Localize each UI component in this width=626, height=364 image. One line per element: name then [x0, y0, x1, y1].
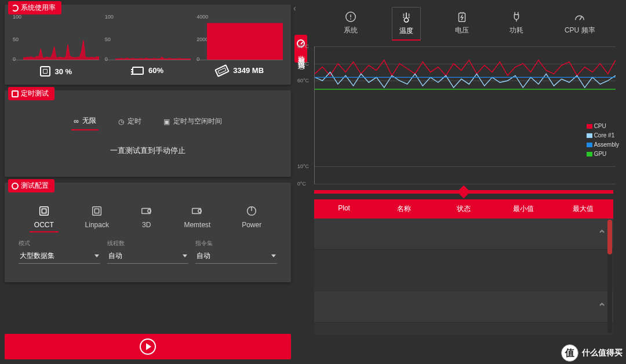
usage-gpu-value: 60% — [148, 66, 163, 75]
svg-rect-2 — [93, 207, 101, 216]
select-mode[interactable]: 大型数据集 — [19, 249, 100, 264]
gear-icon — [12, 183, 19, 190]
tab-linpack[interactable]: Linpack — [81, 202, 114, 232]
scroll-thumb[interactable] — [607, 220, 612, 254]
table-header: Plot 名称 状态 最小值 最大值 — [314, 199, 613, 219]
chevron-up-icon: ⌃ — [598, 301, 606, 314]
timed-desc: 一直测试直到手动停止 — [13, 136, 283, 169]
panel-test-config: 测试配置 OCCT Linpack 3D Memtest Power 模式 大型… — [5, 183, 291, 282]
panel-title-timed: 定时测试 — [21, 89, 49, 99]
svg-rect-0 — [40, 207, 49, 216]
rtab-cpufreq[interactable]: CPU 频率 — [558, 7, 602, 41]
panel-title-usage: 系统使用率 — [21, 3, 56, 13]
usage-mem-value: 3349 MB — [233, 66, 264, 75]
rtab-temp[interactable]: 温度 — [392, 7, 421, 41]
usage-cpu-value: 30 % — [55, 67, 72, 76]
label-mode: 模式 — [19, 239, 100, 247]
tab-memtest[interactable]: Memtest — [179, 202, 215, 232]
play-icon — [140, 338, 156, 355]
svg-rect-1 — [42, 209, 46, 213]
usage-mem: 4000 2000 0 3349 MB — [196, 16, 283, 77]
table-body[interactable]: ⌃ ⌃ — [314, 219, 613, 334]
svg-point-10 — [350, 19, 351, 20]
svg-rect-3 — [95, 209, 99, 213]
table-row[interactable] — [314, 323, 613, 334]
cpu-icon — [40, 66, 50, 77]
tab-occt[interactable]: OCCT — [30, 202, 59, 232]
rtab-power[interactable]: 功耗 — [503, 7, 530, 41]
infinity-icon: ∞ — [74, 117, 79, 125]
tab-scheduled[interactable]: ◷定时 — [116, 112, 144, 130]
table-row[interactable]: ⌃ — [314, 219, 613, 250]
watermark: 值 什么值得买 — [561, 344, 623, 362]
panel-tag-usage: 系统使用率 — [8, 1, 61, 14]
tab-idle[interactable]: ▣定时与空闲时间 — [161, 112, 224, 130]
chevron-up-icon: ⌃ — [598, 228, 606, 241]
panel-system-usage: 系统使用率 100 50 0 30 % 10 — [5, 5, 291, 85]
chevron-down-icon — [94, 254, 99, 257]
table-row[interactable] — [314, 250, 613, 271]
time-slider[interactable] — [314, 190, 613, 194]
memory-icon — [214, 64, 230, 77]
usage-gpu: 100 50 0 60% — [105, 16, 191, 77]
start-button[interactable] — [5, 334, 291, 359]
label-instr: 指令集 — [195, 239, 277, 247]
collapse-panel-button[interactable]: ‹ — [293, 3, 296, 13]
panel-tag-timed: 定时测试 — [8, 87, 54, 100]
gpu-icon — [132, 67, 144, 75]
scrollbar[interactable] — [607, 220, 612, 333]
usage-cpu: 100 50 0 30 % — [13, 16, 99, 77]
calendar-icon — [12, 90, 19, 97]
table-row[interactable] — [314, 271, 613, 292]
clock-icon: ◷ — [118, 118, 124, 126]
window-icon: ▣ — [163, 118, 170, 126]
tab-infinite[interactable]: ∞无限 — [71, 112, 99, 130]
panel-tag-config: 测试配置 — [8, 179, 54, 192]
watermark-icon: 值 — [561, 344, 578, 362]
table-row[interactable]: ⌃ — [314, 292, 613, 323]
panel-timed-test: 定时测试 ∞无限 ◷定时 ▣定时与空闲时间 一直测试直到手动停止 — [5, 90, 291, 177]
refresh-icon — [12, 5, 19, 12]
select-instr[interactable]: 自动 — [195, 249, 277, 264]
slider-thumb[interactable] — [457, 185, 471, 199]
rtab-voltage[interactable]: 电压 — [448, 7, 476, 41]
tab-3d[interactable]: 3D — [136, 202, 158, 232]
rtab-system[interactable]: 系统 — [337, 7, 365, 41]
chevron-down-icon — [271, 254, 276, 257]
panel-title-config: 测试配置 — [21, 181, 49, 191]
chevron-down-icon — [183, 254, 187, 257]
label-threads: 线程数 — [107, 239, 189, 247]
temperature-chart: CPU Core #1 Assembly GPU 0°C10°C60°C70°C… — [314, 46, 616, 184]
select-threads[interactable]: 自动 — [107, 249, 189, 264]
tab-power[interactable]: Power — [237, 202, 266, 232]
